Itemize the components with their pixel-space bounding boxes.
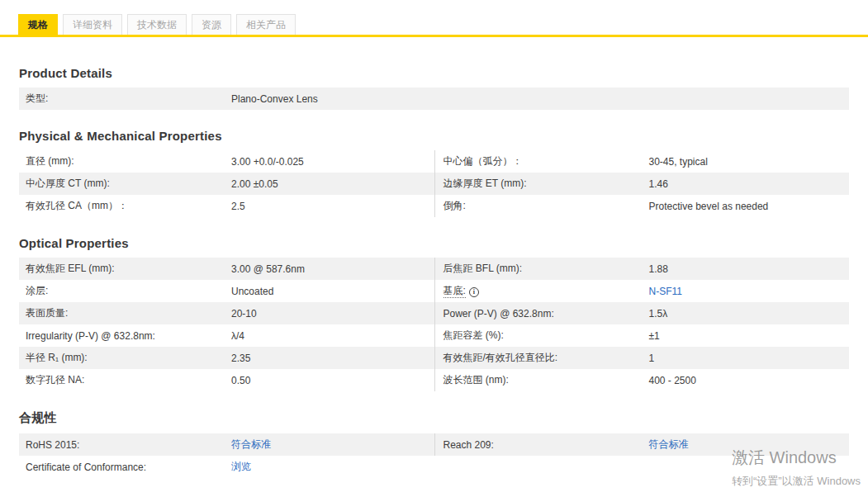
table-row: Irregularity (P-V) @ 632.8nm: λ/4 焦距容差 (…: [19, 324, 849, 347]
tab-details[interactable]: 详细资料: [63, 14, 122, 35]
table-row: RoHS 2015: 符合标准 Reach 209: 符合标准: [19, 433, 849, 456]
optical-properties-table: 有效焦距 EFL (mm): 3.00 @ 587.6nm 后焦距 BFL (m…: [19, 258, 849, 391]
table-row: 表面质量: 20-10 Power (P-V) @ 632.8nm: 1.5λ: [19, 302, 849, 324]
certificate-of-conformance-link[interactable]: 浏览: [231, 460, 251, 474]
section-title-compliance: 合规性: [19, 410, 849, 426]
table-row: 涂层: Uncoated 基底:i N-SF11: [19, 280, 849, 302]
spec-label: 直径 (mm):: [26, 154, 231, 168]
tab-technical-data[interactable]: 技术数据: [127, 14, 187, 35]
section-title-physical-mechanical: Physical & Mechanical Properties: [19, 129, 849, 143]
spec-value: 1.46: [649, 178, 668, 190]
spec-label: RoHS 2015:: [26, 439, 231, 451]
spec-label: Certificate of Conformance:: [26, 462, 231, 473]
spec-label: 后焦距 BFL (mm):: [443, 262, 649, 276]
spec-label: Reach 209:: [443, 439, 649, 451]
spec-value: 30-45, typical: [649, 156, 708, 168]
spec-value: 3.00 +0.0/-0.025: [231, 156, 304, 168]
spec-tab-bar: 规格 详细资料 技术数据 资源 相关产品: [0, 14, 868, 35]
spec-label: 类型:: [26, 92, 231, 106]
substrate-link[interactable]: N-SF11: [649, 286, 682, 297]
tab-specifications[interactable]: 规格: [18, 14, 58, 35]
table-row: 数字孔径 NA: 0.50 波长范围 (nm): 400 - 2500: [19, 369, 849, 391]
spec-value: Uncoated: [231, 286, 273, 297]
spec-label: 焦距容差 (%):: [443, 329, 649, 343]
spec-value: λ/4: [231, 330, 244, 342]
spec-value: 2.5: [231, 201, 245, 212]
spec-value: Plano-Convex Lens: [231, 93, 318, 105]
spec-value: 20-10: [231, 308, 257, 320]
table-row: 有效焦距 EFL (mm): 3.00 @ 587.6nm 后焦距 BFL (m…: [19, 258, 849, 280]
table-row: 半径 R₁ (mm): 2.35 有效焦距/有效孔径直径比: 1: [19, 347, 849, 369]
rohs-compliant-link[interactable]: 符合标准: [231, 438, 271, 452]
info-icon[interactable]: i: [469, 287, 479, 297]
compliance-table: RoHS 2015: 符合标准 Reach 209: 符合标准 Certific…: [19, 433, 849, 478]
spec-label: 倒角:: [443, 199, 649, 213]
spec-label: Power (P-V) @ 632.8nm:: [443, 308, 649, 320]
spec-label: 有效焦距 EFL (mm):: [26, 262, 231, 276]
table-row: 有效孔径 CA（mm）： 2.5 倒角: Protective bevel as…: [19, 195, 849, 217]
product-details-table: 类型: Plano-Convex Lens: [19, 88, 849, 110]
spec-value: Protective bevel as needed: [649, 201, 769, 212]
spec-value: 1: [649, 353, 655, 364]
tab-related-products[interactable]: 相关产品: [236, 14, 296, 35]
spec-label: 表面质量:: [26, 306, 231, 320]
spec-value: 400 - 2500: [649, 375, 696, 386]
spec-label: 边缘厚度 ET (mm):: [443, 177, 649, 191]
substrate-label: 基底:i: [443, 284, 649, 298]
spec-label: 数字孔径 NA:: [26, 373, 231, 387]
table-row: 类型: Plano-Convex Lens: [19, 88, 849, 110]
spec-value: 3.00 @ 587.6nm: [231, 263, 305, 275]
spec-label: 中心厚度 CT (mm):: [26, 177, 231, 191]
spec-label: 涂层:: [26, 284, 231, 298]
spec-value: 2.35: [231, 353, 250, 364]
spec-label: 半径 R₁ (mm):: [26, 351, 231, 365]
tab-resources[interactable]: 资源: [192, 14, 231, 35]
spec-value: 1.88: [649, 263, 668, 275]
spec-value: ±1: [649, 330, 660, 342]
spec-value: 2.00 ±0.05: [231, 178, 278, 190]
section-title-product-details: Product Details: [19, 66, 849, 80]
spec-label: 有效焦距/有效孔径直径比:: [443, 351, 649, 365]
spec-label: 有效孔径 CA（mm）：: [26, 199, 231, 213]
spec-value: 0.50: [231, 375, 250, 386]
spec-content: Product Details 类型: Plano-Convex Lens Ph…: [19, 66, 849, 478]
section-title-optical: Optical Properties: [19, 236, 849, 250]
physical-mechanical-table: 直径 (mm): 3.00 +0.0/-0.025 中心偏（弧分）： 30-45…: [19, 150, 849, 217]
table-row: Certificate of Conformance: 浏览: [19, 456, 849, 478]
reach-compliant-link[interactable]: 符合标准: [649, 438, 689, 452]
spec-label: 波长范围 (nm):: [443, 373, 649, 387]
spec-value: 1.5λ: [649, 308, 668, 320]
tab-accent-underline: [0, 35, 868, 37]
table-row: 直径 (mm): 3.00 +0.0/-0.025 中心偏（弧分）： 30-45…: [19, 150, 849, 173]
table-row: 中心厚度 CT (mm): 2.00 ±0.05 边缘厚度 ET (mm): 1…: [19, 173, 849, 195]
spec-label: Irregularity (P-V) @ 632.8nm:: [26, 330, 231, 342]
spec-label: 中心偏（弧分）：: [443, 154, 649, 168]
